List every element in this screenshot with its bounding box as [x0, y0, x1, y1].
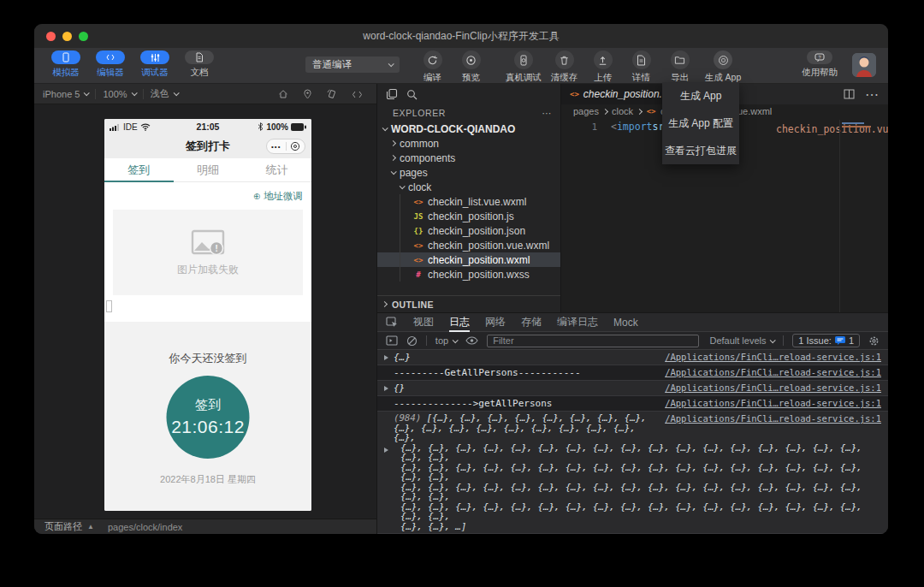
tree-file-selected[interactable]: <>checkin_position.wxml — [377, 252, 560, 267]
menu-item-generate-app-config[interactable]: 生成 App 配置 — [662, 110, 739, 137]
more-menu-icon[interactable]: ••• — [267, 143, 286, 151]
zoom-select[interactable]: 100% — [103, 89, 135, 99]
editor-more-icon[interactable]: ⋯ — [865, 86, 880, 103]
console-tab-view[interactable]: 视图 — [413, 313, 434, 332]
editor-tab[interactable]: <> checkin_position.wxml — [561, 84, 664, 104]
copy-files-icon[interactable] — [386, 88, 398, 100]
details-button[interactable]: 详情 — [622, 50, 660, 84]
tab-checkin[interactable]: 签到 — [104, 158, 174, 181]
log-row-array[interactable]: /Applications/FinCli…reload-service.js:1… — [377, 412, 888, 534]
page-path-bar: 页面路径 ▲ pages/clock/index — [34, 519, 376, 534]
capsule-button[interactable]: ••• — [266, 139, 305, 154]
export-button[interactable]: 导出 — [660, 50, 699, 84]
console-tab-storage[interactable]: 存储 — [521, 313, 542, 332]
expand-triangle-icon[interactable] — [384, 448, 388, 453]
context-select[interactable]: top — [435, 335, 457, 346]
console-tab-mock[interactable]: Mock — [613, 313, 638, 332]
source-link[interactable]: /Applications/FinCli…reload-service.js:1 — [665, 367, 881, 377]
fullscreen-window-button[interactable] — [79, 32, 88, 41]
tree-folder-components[interactable]: components — [377, 151, 560, 165]
menu-item-cloud-package-progress[interactable]: 查看云打包进展 — [662, 137, 739, 164]
inspect-element-icon[interactable] — [386, 317, 398, 328]
upload-button[interactable]: 上传 — [583, 50, 622, 84]
tree-root[interactable]: WORD-CLOCK-QIANDAO — [377, 122, 560, 136]
tree-file[interactable]: <>checkin_position.vue.wxml — [377, 238, 560, 252]
source-link[interactable]: /Applications/FinCli…reload-service.js:1 — [665, 413, 881, 424]
device-debug-button[interactable]: 真机调试 — [502, 50, 545, 84]
console-tab-compile-log[interactable]: 编译日志 — [557, 313, 598, 332]
wxml-file-icon: <> — [646, 107, 656, 116]
theme-select[interactable]: 浅色 — [151, 87, 178, 100]
phone-preview: IDE 21:05 100% 签到打卡 ••• — [104, 119, 311, 511]
explorer-more-icon[interactable]: ⋯ — [542, 108, 553, 118]
tab-stats[interactable]: 统计 — [242, 158, 311, 181]
editor-toggle-button[interactable]: 编辑器 — [91, 50, 130, 79]
docs-button[interactable]: 文档 — [180, 50, 219, 79]
help-button[interactable]: ? 使用帮助 — [797, 50, 842, 79]
console-sidebar-icon[interactable] — [386, 335, 398, 346]
tab-detail[interactable]: 明细 — [174, 158, 243, 181]
tree-folder-pages[interactable]: pages — [377, 165, 560, 180]
simulator-toggle-button[interactable]: 模拟器 — [46, 50, 86, 79]
source-link[interactable]: /Applications/FinCli…reload-service.js:1 — [665, 398, 881, 408]
search-icon[interactable] — [406, 89, 418, 100]
wxss-file-icon: # — [413, 270, 424, 279]
filter-input[interactable] — [487, 335, 699, 347]
tree-file[interactable]: #checkin_position.wxss — [377, 267, 560, 282]
debugger-toggle-button[interactable]: 调试器 — [135, 50, 175, 79]
compile-button[interactable]: 编译 — [413, 50, 452, 84]
expand-triangle-icon[interactable] — [384, 355, 388, 360]
log-levels-select[interactable]: Default levels — [709, 335, 774, 346]
log-row[interactable]: /Applications/FinCli…reload-service.js:1… — [377, 350, 888, 365]
outline-section[interactable]: OUTLINE — [377, 295, 560, 312]
issues-counter[interactable]: 1 Issue: 1 — [792, 334, 860, 347]
sign-in-button[interactable]: 签到 21:06:12 — [167, 376, 250, 459]
log-row[interactable]: /Applications/FinCli…reload-service.js:1… — [377, 396, 888, 412]
user-avatar[interactable] — [852, 53, 876, 77]
minimize-window-button[interactable] — [62, 32, 72, 41]
source-link[interactable]: /Applications/FinCli…reload-service.js:1 — [665, 382, 881, 393]
console-tab-log[interactable]: 日志 — [449, 313, 470, 332]
tree-file[interactable]: {}checkin_position.json — [377, 223, 560, 238]
log-row[interactable]: /Applications/FinCli…reload-service.js:1… — [377, 381, 888, 396]
generate-app-button[interactable]: 生成 App — [699, 50, 747, 84]
close-window-button[interactable] — [46, 32, 56, 41]
chevron-right-icon — [637, 108, 643, 114]
clear-cache-button[interactable]: 清缓存 — [545, 50, 583, 84]
home-icon[interactable] — [278, 89, 288, 99]
minimap[interactable] — [842, 122, 878, 127]
tree-folder-clock[interactable]: clock — [377, 180, 560, 194]
console-settings-gear-icon[interactable] — [868, 335, 880, 347]
tree-file[interactable]: <>checkin_list.vue.wxml — [377, 194, 560, 209]
device-select[interactable]: iPhone 5 — [43, 89, 88, 99]
preview-button[interactable]: 预览 — [452, 50, 490, 84]
log-row[interactable]: /Applications/FinCli…reload-service.js:1… — [377, 365, 888, 381]
compile-mode-select[interactable]: 普通编译 — [305, 56, 400, 73]
tree-folder-common[interactable]: common — [377, 136, 560, 151]
wxml-file-icon: <> — [413, 256, 424, 264]
wxml-file-icon: <> — [570, 90, 579, 98]
details-button-label: 详情 — [632, 72, 650, 84]
close-circle-icon[interactable] — [287, 141, 305, 151]
chevron-right-icon — [390, 140, 396, 146]
network-icon[interactable] — [352, 90, 363, 99]
chevron-right-icon — [390, 155, 396, 161]
eye-icon[interactable] — [465, 336, 478, 345]
expand-triangle-icon[interactable] — [384, 386, 388, 391]
sign-in-label: 签到 — [195, 397, 221, 413]
address-finetune-link[interactable]: ⊕ 地址微调 — [104, 190, 303, 203]
tree-file[interactable]: JScheckin_position.js — [377, 209, 560, 223]
phone-navbar: 签到打卡 ••• — [104, 134, 311, 158]
clear-console-icon[interactable] — [406, 335, 418, 347]
missing-glyph-box — [106, 300, 112, 312]
split-editor-icon[interactable] — [844, 89, 855, 99]
menu-item-generate-app[interactable]: 生成 App — [662, 82, 739, 110]
console-tab-network[interactable]: 网络 — [485, 313, 506, 332]
generate-app-menu: 生成 App 生成 App 配置 查看云打包进展 — [662, 82, 739, 164]
simulator-tools — [278, 84, 363, 104]
location-pin-icon[interactable] — [303, 89, 312, 99]
rotate-device-icon[interactable] — [327, 89, 337, 99]
docs-button-label: 文档 — [191, 67, 209, 79]
source-link[interactable]: /Applications/FinCli…reload-service.js:1 — [665, 352, 881, 362]
collapse-triangle-icon[interactable]: ▲ — [87, 523, 94, 531]
